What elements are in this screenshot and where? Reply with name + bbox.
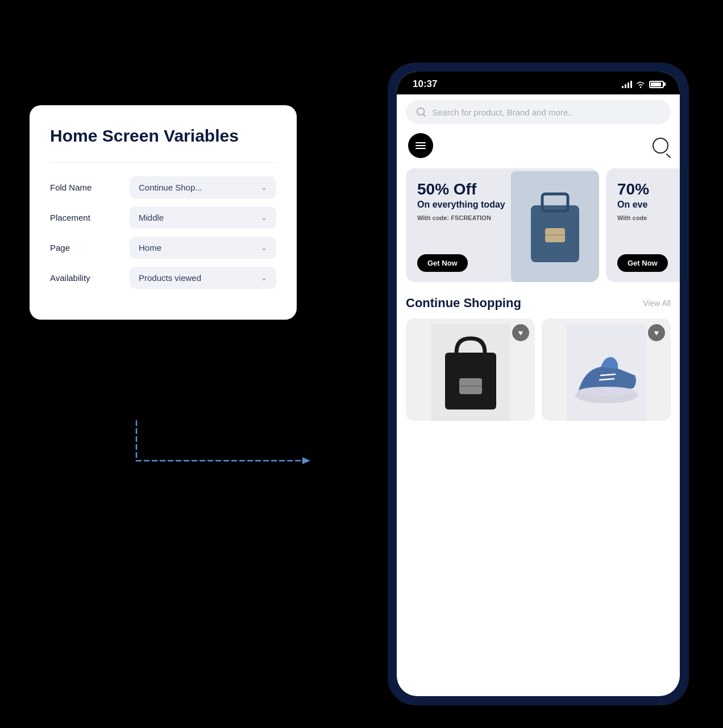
search-icon xyxy=(416,107,426,117)
svg-marker-0 xyxy=(302,457,310,464)
heart-icon-shoe[interactable]: ♥ xyxy=(648,324,665,341)
availability-select[interactable]: Products viewed ⌄ xyxy=(130,267,276,289)
status-icons xyxy=(622,80,664,88)
banner-text-area: 50% Off On everything today With code: F… xyxy=(417,181,505,221)
search-bar-container: Search for product, Brand and more.. xyxy=(397,94,680,129)
availability-label: Availability xyxy=(50,273,124,283)
variable-row-page: Page Home ⌄ xyxy=(50,237,276,259)
fold-name-select[interactable]: Continue Shop... ⌄ xyxy=(130,176,276,198)
signal-icon xyxy=(622,80,632,88)
page-value: Home xyxy=(139,243,161,253)
banner-card-2[interactable]: 70% On eve With code Get Now xyxy=(606,168,680,282)
phone-inner: 10:37 xyxy=(397,72,680,696)
fold-name-value: Continue Shop... xyxy=(139,183,202,192)
product-card-bag[interactable]: ♥ xyxy=(406,318,535,421)
svg-point-16 xyxy=(578,387,635,396)
banner-bag-image xyxy=(511,171,599,282)
search-bar[interactable]: Search for product, Brand and more.. xyxy=(406,100,671,124)
page-select[interactable]: Home ⌄ xyxy=(130,237,276,259)
placement-select[interactable]: Middle ⌄ xyxy=(130,206,276,229)
phone-frame: 10:37 xyxy=(388,63,689,705)
placement-label: Placement xyxy=(50,213,124,222)
page-label: Page xyxy=(50,243,124,253)
continue-shopping-section: Continue Shopping View All ♥ xyxy=(397,287,680,425)
chevron-down-icon: ⌄ xyxy=(261,243,267,252)
status-time: 10:37 xyxy=(413,78,437,90)
banner-get-now-button[interactable]: Get Now xyxy=(417,254,468,272)
variable-row-fold-name: Fold Name Continue Shop... ⌄ xyxy=(50,176,276,198)
variables-card: Home Screen Variables Fold Name Continue… xyxy=(30,105,297,320)
placement-value: Middle xyxy=(139,213,164,222)
banner-code: With code: FSCREATION xyxy=(417,214,505,221)
banner-subtitle-2: On eve xyxy=(617,200,649,210)
chevron-down-icon: ⌄ xyxy=(261,274,267,282)
heart-icon-bag[interactable]: ♥ xyxy=(512,324,529,341)
banner-text-area-2: 70% On eve With code xyxy=(617,181,649,221)
card-divider xyxy=(50,162,276,163)
banner-subtitle: On everything today xyxy=(417,200,505,210)
card-title: Home Screen Variables xyxy=(50,126,276,146)
banner-discount: 50% Off xyxy=(417,181,505,198)
product-card-shoe[interactable]: ♥ xyxy=(542,318,671,421)
variable-row-placement: Placement Middle ⌄ xyxy=(50,206,276,229)
banner-code-2: With code xyxy=(617,214,649,221)
availability-value: Products viewed xyxy=(139,273,201,283)
banner-discount-2: 70% xyxy=(617,181,649,198)
view-all-link[interactable]: View All xyxy=(643,299,671,308)
search-placeholder: Search for product, Brand and more.. xyxy=(432,107,573,117)
section-title: Continue Shopping xyxy=(406,296,521,311)
banner-card-1[interactable]: 50% Off On everything today With code: F… xyxy=(406,168,599,282)
chevron-down-icon: ⌄ xyxy=(261,213,267,222)
svg-line-2 xyxy=(423,114,425,116)
banner-get-now-button-2[interactable]: Get Now xyxy=(617,254,668,272)
phone-mockup: 10:37 xyxy=(388,63,689,705)
nav-search-icon[interactable] xyxy=(653,138,668,154)
banner-section: 50% Off On everything today With code: F… xyxy=(397,164,680,287)
menu-button[interactable] xyxy=(408,133,433,158)
connector-line xyxy=(131,415,313,483)
wifi-icon xyxy=(635,80,646,88)
section-header: Continue Shopping View All xyxy=(406,296,671,311)
variable-row-availability: Availability Products viewed ⌄ xyxy=(50,267,276,289)
status-bar: 10:37 xyxy=(397,72,680,94)
products-grid: ♥ ♥ xyxy=(406,318,671,421)
bag-product-image xyxy=(431,324,510,421)
fold-name-label: Fold Name xyxy=(50,183,124,192)
nav-bar xyxy=(397,129,680,164)
chevron-down-icon: ⌄ xyxy=(261,183,267,192)
battery-icon xyxy=(649,81,664,88)
shoe-product-image xyxy=(567,324,646,421)
